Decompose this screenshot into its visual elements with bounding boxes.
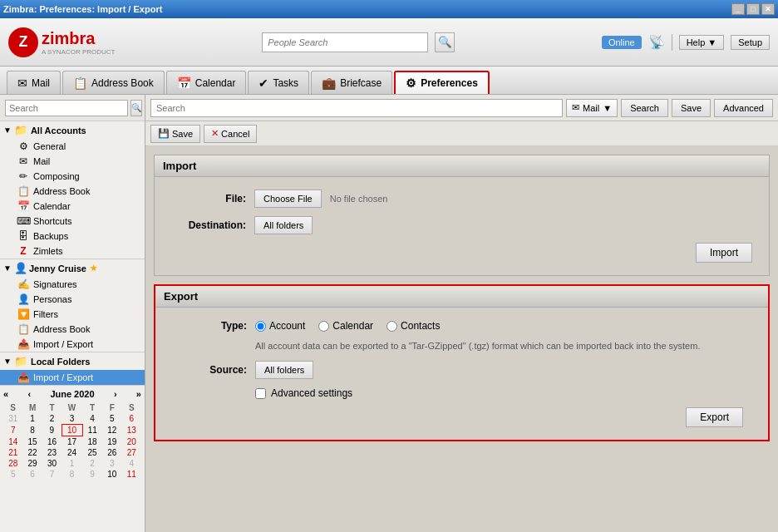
import-section: Import File: Choose File No file chosen … xyxy=(154,155,770,276)
cal-day-3-0[interactable]: 21 xyxy=(3,447,22,458)
sidebar-item-backups[interactable]: 🗄 Backups xyxy=(0,229,145,244)
sidebar-item-signatures[interactable]: ✍ Signatures xyxy=(0,277,145,292)
cal-day-1-4[interactable]: 11 xyxy=(82,425,102,436)
cal-day-1-0[interactable]: 7 xyxy=(3,425,22,436)
export-button[interactable]: Export xyxy=(686,407,743,427)
cal-day-0-3[interactable]: 3 xyxy=(62,413,82,425)
sidebar-item-calendar[interactable]: 📅 Calendar xyxy=(0,199,145,214)
cal-day-5-6[interactable]: 11 xyxy=(122,469,141,480)
type-calendar-radio[interactable] xyxy=(318,321,329,332)
cal-day-4-5[interactable]: 3 xyxy=(102,458,121,469)
nav-tab-calendar[interactable]: 📅Calendar xyxy=(166,71,247,94)
sidebar-item-local-importexport[interactable]: 📤 Import / Export xyxy=(0,370,145,385)
cal-day-0-0[interactable]: 31 xyxy=(3,413,22,425)
cal-day-1-2[interactable]: 9 xyxy=(42,425,62,436)
sidebar-item-filters[interactable]: 🔽 Filters xyxy=(0,307,145,322)
advanced-button[interactable]: Advanced xyxy=(714,99,773,117)
close-button[interactable]: ✕ xyxy=(761,3,775,15)
sidebar-item-shortcuts[interactable]: ⌨ Shortcuts xyxy=(0,214,145,229)
cal-day-0-4[interactable]: 4 xyxy=(82,413,102,425)
destination-button[interactable]: All folders xyxy=(254,216,313,234)
cal-day-3-2[interactable]: 23 xyxy=(42,447,62,458)
cal-day-1-1[interactable]: 8 xyxy=(22,425,42,436)
sidebar-item-addressbook[interactable]: 📋 Address Book xyxy=(0,184,145,199)
cal-day-3-4[interactable]: 25 xyxy=(82,447,102,458)
sidebar-header-local[interactable]: ▼ 📁 Local Folders xyxy=(0,352,145,370)
cal-day-2-0[interactable]: 14 xyxy=(3,436,22,448)
cal-day-5-3[interactable]: 8 xyxy=(62,469,82,480)
cal-day-2-3[interactable]: 17 xyxy=(62,436,82,448)
cal-day-3-6[interactable]: 27 xyxy=(122,447,141,458)
cal-day-4-3[interactable]: 1 xyxy=(62,458,82,469)
help-button[interactable]: Help ▼ xyxy=(679,35,725,50)
cal-prev[interactable]: ‹ xyxy=(27,389,31,399)
cal-day-4-4[interactable]: 2 xyxy=(82,458,102,469)
cal-day-5-5[interactable]: 10 xyxy=(102,469,121,480)
cal-day-0-5[interactable]: 5 xyxy=(102,413,121,425)
sidebar-search-button[interactable]: 🔍 xyxy=(130,100,142,116)
sidebar-item-general[interactable]: ⚙ General xyxy=(0,139,145,154)
cal-day-5-0[interactable]: 5 xyxy=(3,469,22,480)
sidebar-item-addressbook2[interactable]: 📋 Address Book xyxy=(0,322,145,337)
type-account-radio[interactable] xyxy=(255,321,266,332)
nav-tab-briefcase[interactable]: 💼Briefcase xyxy=(311,71,392,94)
search-button[interactable]: Search xyxy=(621,99,668,117)
sidebar-item-personas[interactable]: 👤 Personas xyxy=(0,292,145,307)
maximize-button[interactable]: □ xyxy=(746,3,760,15)
cal-day-5-4[interactable]: 9 xyxy=(82,469,102,480)
sidebar-item-importexport[interactable]: 📤 Import / Export xyxy=(0,337,145,352)
cal-day-1-3[interactable]: 10 xyxy=(62,425,82,436)
action-save-button[interactable]: 💾 Save xyxy=(150,125,200,143)
type-calendar-option[interactable]: Calendar xyxy=(318,320,373,332)
cal-day-2-4[interactable]: 18 xyxy=(82,436,102,448)
cal-day-3-3[interactable]: 24 xyxy=(62,447,82,458)
sidebar-search-input[interactable] xyxy=(5,100,128,116)
cal-day-3-5[interactable]: 26 xyxy=(102,447,121,458)
cal-day-3-1[interactable]: 22 xyxy=(22,447,42,458)
cal-day-2-2[interactable]: 16 xyxy=(42,436,62,448)
people-search-input[interactable] xyxy=(262,32,428,52)
cal-day-4-1[interactable]: 29 xyxy=(22,458,42,469)
cal-day-0-2[interactable]: 2 xyxy=(42,413,62,425)
main-search-input[interactable] xyxy=(150,99,563,117)
cal-prev-prev[interactable]: « xyxy=(3,389,8,399)
cal-day-2-1[interactable]: 15 xyxy=(22,436,42,448)
title-bar-controls[interactable]: _ □ ✕ xyxy=(731,3,775,15)
composing-icon: ✏ xyxy=(17,170,30,182)
cal-day-4-6[interactable]: 4 xyxy=(122,458,141,469)
cal-day-2-5[interactable]: 19 xyxy=(102,436,121,448)
minimize-button[interactable]: _ xyxy=(731,3,745,15)
cal-day-0-1[interactable]: 1 xyxy=(22,413,42,425)
mail-type-dropdown[interactable]: ✉ Mail ▼ xyxy=(566,99,618,117)
type-account-option[interactable]: Account xyxy=(255,320,305,332)
type-contacts-option[interactable]: Contacts xyxy=(387,320,440,332)
sidebar-item-composing[interactable]: ✏ Composing xyxy=(0,169,145,184)
sidebar-header-all-accounts[interactable]: ▼ 📁 All Accounts xyxy=(0,121,145,139)
action-cancel-button[interactable]: ✕ Cancel xyxy=(204,125,257,143)
people-search-button[interactable]: 🔍 xyxy=(435,32,455,52)
setup-button[interactable]: Setup xyxy=(731,35,770,50)
cal-day-1-5[interactable]: 12 xyxy=(102,425,121,436)
cal-next-next[interactable]: » xyxy=(136,389,141,399)
cal-day-5-2[interactable]: 7 xyxy=(42,469,62,480)
cal-day-4-0[interactable]: 28 xyxy=(3,458,22,469)
sidebar-item-mail[interactable]: ✉ Mail xyxy=(0,154,145,169)
cal-day-1-6[interactable]: 13 xyxy=(122,425,141,436)
nav-tab-mail[interactable]: ✉Mail xyxy=(7,71,61,94)
cal-next[interactable]: › xyxy=(114,389,117,399)
advanced-settings-checkbox[interactable] xyxy=(255,388,266,399)
cal-day-0-6[interactable]: 6 xyxy=(122,413,141,425)
save-button[interactable]: Save xyxy=(672,99,711,117)
cal-day-5-1[interactable]: 6 xyxy=(22,469,42,480)
nav-tab-preferences[interactable]: ⚙Preferences xyxy=(394,71,490,94)
sidebar-header-jenny[interactable]: ▼ 👤 Jenny Cruise ★ xyxy=(0,259,145,277)
type-contacts-radio[interactable] xyxy=(387,321,397,332)
cal-day-4-2[interactable]: 30 xyxy=(42,458,62,469)
nav-tab-tasks[interactable]: ✔Tasks xyxy=(248,71,309,94)
nav-tab-addressbook[interactable]: 📋Address Book xyxy=(62,71,165,94)
source-button[interactable]: All folders xyxy=(255,361,313,379)
import-button[interactable]: Import xyxy=(696,243,752,263)
choose-file-button[interactable]: Choose File xyxy=(254,190,322,208)
sidebar-item-zimlets[interactable]: Z Zimlets xyxy=(0,244,145,259)
cal-day-2-6[interactable]: 20 xyxy=(122,436,141,448)
